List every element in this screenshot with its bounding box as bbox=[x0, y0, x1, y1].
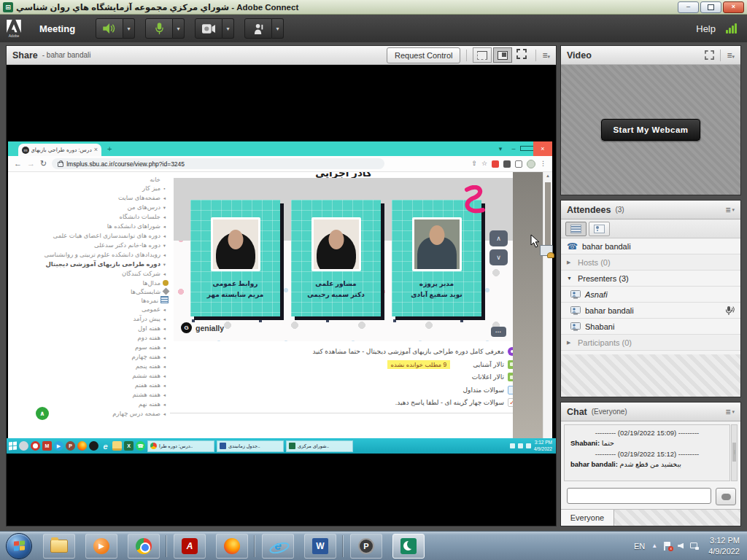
request-control-button[interactable]: Request Control bbox=[387, 47, 461, 63]
chat-input[interactable] bbox=[567, 488, 711, 504]
video-fullscreen-icon[interactable] bbox=[705, 50, 714, 60]
attendee-list-view-button[interactable] bbox=[565, 222, 587, 236]
attendee-row[interactable]: bahar bandali bbox=[561, 303, 740, 319]
nav-item-medals[interactable]: مدال‌ها bbox=[14, 279, 169, 287]
shared-start-button[interactable] bbox=[9, 441, 17, 450]
nav-item-current-course[interactable]: ▾دوره طراحی بازیهای آموزشی دیجیتال bbox=[14, 260, 169, 269]
adobe-connect-taskbar-button[interactable] bbox=[392, 534, 425, 559]
nav-item-dashboard[interactable]: ▪میز کار bbox=[14, 184, 169, 193]
fit-width-toggle[interactable] bbox=[493, 47, 512, 63]
new-tab-button[interactable]: + bbox=[107, 144, 112, 153]
m-app-icon[interactable]: M bbox=[42, 441, 52, 451]
presenters-group-row[interactable]: ▼ Presenters (3) bbox=[561, 271, 740, 287]
scrollbar-thumb[interactable] bbox=[545, 182, 551, 252]
obs-studio-icon[interactable] bbox=[89, 441, 98, 451]
word-taskbar-button[interactable]: W bbox=[304, 534, 336, 559]
word-task-button[interactable]: ..جدول زمانبندی bbox=[217, 440, 284, 452]
minimize-button[interactable]: – bbox=[678, 1, 699, 13]
activity-row[interactable]: سوالات متداول bbox=[174, 386, 516, 394]
attendees-pod-menu[interactable]: ≡▾ bbox=[725, 205, 735, 215]
nav-item[interactable]: ◂هفته هشتم bbox=[14, 390, 169, 400]
nav-item[interactable]: ◂جلسات دانشگاه bbox=[14, 212, 169, 222]
reload-button[interactable]: ↻ bbox=[40, 160, 47, 168]
chrome-taskbar-button[interactable] bbox=[128, 534, 160, 559]
nav-item[interactable]: ◂شوراهای دانشکده ها bbox=[14, 222, 169, 231]
nav-item[interactable]: ◂هفته دوم bbox=[14, 333, 169, 343]
set-status-button[interactable] bbox=[244, 18, 272, 39]
ie-small-icon[interactable]: e bbox=[101, 441, 110, 451]
bookmark-star-icon[interactable]: ☆ bbox=[481, 160, 487, 167]
tab-close-icon[interactable]: × bbox=[94, 147, 98, 153]
browser-close[interactable]: × bbox=[533, 141, 552, 156]
microphone-options-caret[interactable]: ▾ bbox=[173, 18, 185, 39]
nav-item[interactable]: ◂عمومی bbox=[14, 305, 169, 314]
meeting-menu[interactable]: Meeting bbox=[39, 23, 75, 34]
connection-status-icon[interactable] bbox=[726, 23, 737, 34]
firefox-small-icon[interactable] bbox=[77, 441, 87, 451]
tray-expand-arrow[interactable]: ▲ bbox=[651, 542, 657, 549]
send-message-button[interactable] bbox=[716, 488, 736, 505]
chat-scrollbar[interactable]: ⋮ bbox=[731, 424, 738, 481]
obs-icon[interactable] bbox=[31, 441, 40, 451]
extension-icon-red[interactable] bbox=[492, 160, 499, 168]
browser-kebab-menu[interactable]: ⋮ bbox=[540, 160, 546, 167]
acrobat-taskbar-button[interactable]: A bbox=[174, 534, 206, 559]
extension-icon-dark[interactable] bbox=[503, 160, 511, 168]
scroll-to-top-button[interactable]: ∧ bbox=[36, 407, 49, 420]
nav-item[interactable]: ◂شرکت کنندگان bbox=[14, 269, 169, 279]
excel-small-icon[interactable]: X bbox=[124, 441, 133, 451]
help-menu[interactable]: Help bbox=[696, 23, 716, 34]
attendee-row[interactable]: Shabani bbox=[561, 319, 740, 335]
nav-item[interactable]: ◂هفته پنجم bbox=[14, 362, 169, 371]
slide-next-button[interactable]: ∨ bbox=[489, 249, 508, 265]
nav-item[interactable]: ◂پیش درآمد bbox=[14, 314, 169, 324]
webcam-options-caret[interactable]: ▾ bbox=[222, 18, 234, 39]
activity-row[interactable]: تالار آشنایی9 مطلب خوانده نشده bbox=[174, 360, 516, 369]
active-speaker-row[interactable]: ☎ bahar bandali bbox=[561, 238, 740, 254]
tab-search-caret[interactable]: ▾ bbox=[494, 145, 507, 152]
action-center-flag-icon[interactable]: x bbox=[664, 542, 671, 551]
nav-item[interactable]: ◂هفته نهم bbox=[14, 400, 169, 409]
tray-icon[interactable] bbox=[510, 443, 515, 448]
firefox-taskbar-button[interactable] bbox=[216, 534, 248, 559]
tray-icon[interactable] bbox=[526, 443, 531, 448]
forward-button[interactable]: → bbox=[27, 160, 35, 168]
chat-pod-menu[interactable]: ≡▾ bbox=[725, 407, 735, 417]
close-button[interactable]: × bbox=[723, 1, 744, 13]
browser-restore[interactable] bbox=[520, 145, 533, 152]
activity-row[interactable]: ✓سوالات چهار گزینه ای - لطفا پاسخ دهید. bbox=[174, 398, 516, 407]
start-button[interactable] bbox=[6, 533, 32, 559]
attendee-status-view-button[interactable] bbox=[589, 222, 610, 236]
chat-scrollbar-thumb[interactable]: ⋮ bbox=[732, 443, 736, 462]
nav-item[interactable]: ◂هفته هفتم bbox=[14, 381, 169, 390]
extension-icon-page[interactable] bbox=[515, 160, 522, 168]
microphone-button[interactable] bbox=[145, 18, 173, 39]
back-button[interactable]: ← bbox=[14, 160, 22, 168]
tray-icon[interactable] bbox=[518, 443, 523, 448]
browser-tab[interactable]: m درس: دوره طراحي بازيهاي آموزشي × bbox=[18, 144, 101, 156]
telegram-icon[interactable]: ▶ bbox=[54, 441, 63, 451]
psiphon-taskbar-button[interactable]: P bbox=[350, 534, 382, 559]
fullscreen-button[interactable] bbox=[516, 49, 527, 61]
nav-item[interactable]: ◂هفته اول bbox=[14, 324, 169, 333]
nav-item-competencies[interactable]: شایستگی‌ها bbox=[14, 287, 169, 296]
browser-minimize[interactable]: – bbox=[507, 145, 520, 152]
attendee-row[interactable]: Asnafi bbox=[561, 287, 740, 303]
nav-item[interactable]: ◂هفته چهارم bbox=[14, 352, 169, 362]
slide-prev-button[interactable]: ∧ bbox=[489, 230, 508, 246]
nav-item[interactable]: ◂هفته سوم bbox=[14, 343, 169, 352]
page-scrollbar[interactable]: ▲ bbox=[543, 172, 552, 438]
chrome-task-button[interactable]: ..درس: دوره طرا bbox=[147, 440, 214, 452]
media-player-taskbar-button[interactable]: ▶ bbox=[85, 534, 117, 559]
share-pod-menu[interactable]: ≡▾ bbox=[542, 50, 550, 61]
nav-item[interactable]: ▾دوره ها-خانم دکتر سدعلی bbox=[14, 241, 169, 250]
hosts-group-row[interactable]: ▶ Hosts (0) bbox=[561, 254, 740, 271]
excel-task-button[interactable]: ..شورای مرکزی bbox=[286, 440, 353, 452]
nav-item[interactable]: ◂هفته ششم bbox=[14, 371, 169, 381]
nav-item-home[interactable]: خانه bbox=[14, 175, 169, 184]
explorer-taskbar-button[interactable] bbox=[43, 534, 75, 559]
genially-logo[interactable]: G genially bbox=[181, 322, 224, 333]
speaker-options-caret[interactable]: ▾ bbox=[123, 18, 135, 39]
activity-row[interactable]: تالار اعلانات bbox=[174, 373, 516, 381]
restore-button[interactable] bbox=[700, 1, 721, 13]
